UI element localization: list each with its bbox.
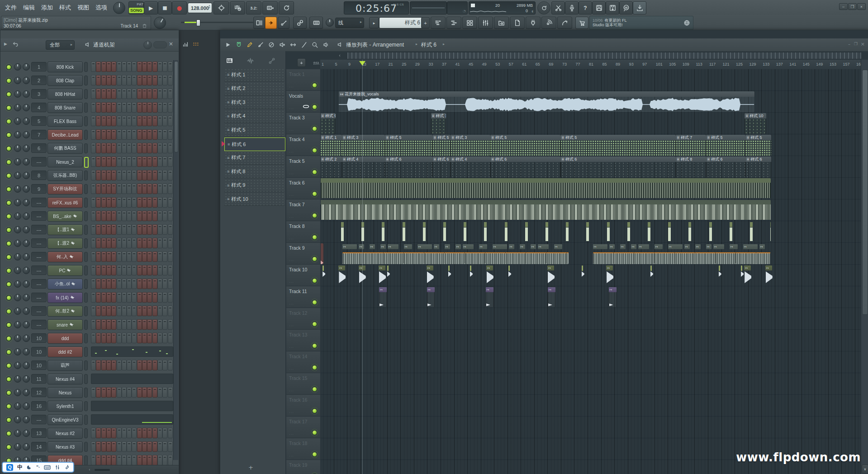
channel-pan-knob[interactable] xyxy=(14,172,21,179)
chopped-vocal-blob[interactable] xyxy=(487,271,493,283)
pattern-clip[interactable]: ≡样式 3 xyxy=(342,135,385,156)
step-cell[interactable] xyxy=(111,428,116,438)
channel-volume-knob[interactable] xyxy=(23,158,30,166)
track-options-dots[interactable]: ··· xyxy=(289,324,294,328)
step-cell[interactable] xyxy=(101,62,106,72)
step-cell[interactable] xyxy=(147,197,152,208)
step-cell[interactable] xyxy=(137,387,142,398)
channel-led[interactable] xyxy=(6,349,12,355)
step-cell[interactable] xyxy=(106,428,111,438)
step-cell[interactable] xyxy=(127,306,132,316)
step-cell[interactable] xyxy=(168,102,173,113)
step-cell[interactable] xyxy=(91,306,96,316)
step-cell[interactable] xyxy=(122,333,127,343)
channel-number[interactable]: 11 xyxy=(31,374,47,384)
step-cell[interactable] xyxy=(127,197,132,208)
step-cell[interactable] xyxy=(122,156,127,167)
step-cell[interactable] xyxy=(162,238,167,248)
chop-clip-header[interactable]: ↦ xyxy=(730,244,738,249)
channel-led[interactable] xyxy=(6,146,12,152)
play-button[interactable]: ▶ xyxy=(144,1,158,14)
track-header-Track 17[interactable]: Track 17··· xyxy=(286,417,321,438)
step-cell[interactable] xyxy=(147,265,152,275)
channel-volume-knob[interactable] xyxy=(23,267,30,274)
countdown-button[interactable]: 3.2: xyxy=(246,1,261,14)
track-mute-led[interactable] xyxy=(312,191,318,197)
step-cell[interactable] xyxy=(117,156,122,167)
channel-led[interactable] xyxy=(6,118,12,124)
step-cell[interactable] xyxy=(152,184,157,194)
step-cell[interactable] xyxy=(157,129,162,140)
step-cell[interactable] xyxy=(132,292,137,303)
step-cell[interactable] xyxy=(96,75,101,85)
step-cell[interactable] xyxy=(106,156,111,167)
step-cell[interactable] xyxy=(147,333,152,343)
step-cell[interactable] xyxy=(168,156,173,167)
step-cell[interactable] xyxy=(142,306,147,316)
slip-icon[interactable] xyxy=(290,42,296,48)
step-cell[interactable] xyxy=(122,184,127,194)
step-cell[interactable] xyxy=(147,441,152,452)
step-cell[interactable] xyxy=(122,455,127,465)
channel-select-strip[interactable] xyxy=(84,293,88,303)
step-cell[interactable] xyxy=(152,360,157,370)
step-cell[interactable] xyxy=(127,75,132,85)
step-cell[interactable] xyxy=(168,211,173,221)
step-cell[interactable] xyxy=(152,455,157,465)
step-cell[interactable] xyxy=(168,360,173,370)
step-cell[interactable] xyxy=(96,89,101,99)
step-cell[interactable] xyxy=(152,116,157,126)
channel-button-SY开场和弦[interactable]: SY开场和弦 xyxy=(47,184,83,194)
channel-number[interactable]: --- xyxy=(31,211,47,221)
step-cell[interactable] xyxy=(111,387,116,398)
step-cell[interactable] xyxy=(91,129,96,140)
wrench-icon[interactable] xyxy=(64,465,70,470)
step-cell[interactable] xyxy=(147,89,152,99)
step-cell[interactable] xyxy=(96,238,101,248)
step-area-empty[interactable] xyxy=(91,374,173,384)
step-cell[interactable] xyxy=(117,265,122,275)
track-mute-led[interactable] xyxy=(312,299,318,305)
channel-led[interactable] xyxy=(6,200,12,206)
channel-led[interactable] xyxy=(6,403,12,409)
track-mute-led[interactable] xyxy=(312,104,318,110)
pattern-clip[interactable]: ≡样式 10 xyxy=(431,113,446,134)
channel-pan-knob[interactable] xyxy=(14,403,21,410)
piano-roll-button[interactable] xyxy=(446,17,461,29)
step-cell[interactable] xyxy=(91,224,96,235)
channel-pan-knob[interactable] xyxy=(14,375,21,383)
step-cell[interactable] xyxy=(111,265,116,275)
channel-volume-knob[interactable] xyxy=(23,375,30,383)
step-cell[interactable] xyxy=(132,360,137,370)
pattern-item-样式 7[interactable]: ≡样式 7 xyxy=(224,152,285,165)
chop-clip-header[interactable]: ↦ xyxy=(695,244,701,249)
channel-pan-knob[interactable] xyxy=(14,158,21,166)
save-new-button[interactable] xyxy=(606,1,619,14)
chop-clip-header[interactable]: ↦ xyxy=(531,244,536,249)
master-pitch-slider[interactable] xyxy=(181,22,253,23)
channel-pan-knob[interactable] xyxy=(14,199,21,206)
channel-pan-knob[interactable] xyxy=(14,389,21,396)
track-mute-led[interactable] xyxy=(312,321,318,327)
channel-select-strip[interactable] xyxy=(84,265,88,275)
channel-pan-knob[interactable] xyxy=(14,77,21,84)
step-cell[interactable] xyxy=(137,224,142,235)
step-cell[interactable] xyxy=(162,184,167,194)
track-options-dots[interactable]: ··· xyxy=(289,346,294,350)
step-cell[interactable] xyxy=(101,319,106,330)
chop-clip-header[interactable]: ↦ xyxy=(520,244,525,249)
pattern-item-样式 2[interactable]: ≡样式 2 xyxy=(224,82,285,95)
clip-start-tick[interactable] xyxy=(448,265,450,271)
step-cell[interactable] xyxy=(137,197,142,208)
step-cell[interactable] xyxy=(157,333,162,343)
link-button[interactable] xyxy=(293,17,307,29)
step-cell[interactable] xyxy=(152,387,157,398)
chop-clip-header[interactable]: ↦ xyxy=(743,244,758,249)
play-mini-icon[interactable] xyxy=(225,42,231,48)
stab-clip-header[interactable]: ↦ xyxy=(486,287,493,292)
r​ack-swing-knob[interactable] xyxy=(143,41,152,49)
pattern-selector[interactable]: 样式 6 ▲▼ xyxy=(379,17,427,28)
channel-volume-knob[interactable] xyxy=(23,172,30,179)
audio-clip-chops[interactable]: ↦↦↦↦↦↦↦↦↦↦↦↦↦↦ xyxy=(593,243,770,264)
step-cell[interactable] xyxy=(111,455,116,465)
